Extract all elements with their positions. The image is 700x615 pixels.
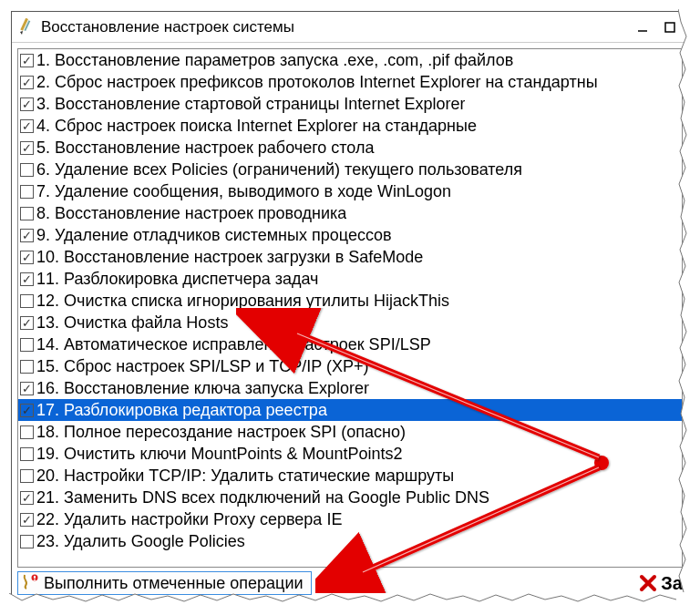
list-item[interactable]: 21. Заменить DNS всех подключений на Goo… bbox=[18, 487, 682, 508]
item-label: 1. Восстановление параметров запуска .ex… bbox=[36, 51, 513, 70]
item-checkbox[interactable] bbox=[20, 185, 34, 199]
item-label: 4. Сброс настроек поиска Internet Explor… bbox=[36, 117, 477, 136]
item-checkbox[interactable] bbox=[20, 97, 34, 111]
item-checkbox[interactable] bbox=[20, 316, 34, 330]
item-label: 14. Автоматическое исправление настроек … bbox=[36, 335, 431, 354]
svg-rect-7 bbox=[34, 579, 36, 580]
list-item[interactable]: 9. Удаление отладчиков системных процесс… bbox=[18, 224, 682, 246]
item-label: 2. Сброс настроек префиксов протоколов I… bbox=[36, 73, 598, 92]
item-checkbox[interactable] bbox=[20, 76, 34, 89]
list-item[interactable]: 8. Восстановление настроек проводника bbox=[18, 202, 682, 224]
titlebar: Восстановление настроек системы bbox=[12, 12, 688, 43]
close-button[interactable]: За bbox=[639, 573, 683, 594]
list-item[interactable]: 22. Удалить настройки Proxy сервера IE bbox=[18, 508, 682, 530]
item-label: 10. Восстановление настроек загрузки в S… bbox=[36, 248, 423, 267]
item-checkbox[interactable] bbox=[20, 382, 34, 395]
window-frame: Восстановление настроек системы 1. Восст… bbox=[11, 11, 689, 603]
item-label: 22. Удалить настройки Proxy сервера IE bbox=[36, 510, 342, 529]
item-checkbox[interactable] bbox=[20, 535, 34, 548]
item-checkbox[interactable] bbox=[20, 469, 34, 483]
item-label: 21. Заменить DNS всех подключений на Goo… bbox=[36, 488, 489, 507]
list-item[interactable]: 13. Очистка файла Hosts bbox=[18, 312, 682, 333]
list-item[interactable]: 15. Сброс настроек SPI/LSP и TCP/IP (XP+… bbox=[18, 355, 682, 377]
bottom-toolbar: Выполнить отмеченные операции За bbox=[17, 569, 683, 597]
list-item[interactable]: 10. Восстановление настроек загрузки в S… bbox=[18, 246, 682, 268]
item-checkbox[interactable] bbox=[20, 491, 34, 505]
run-selected-button[interactable]: Выполнить отмеченные операции bbox=[17, 571, 312, 595]
maximize-button[interactable] bbox=[657, 18, 683, 36]
list-item[interactable]: 14. Автоматическое исправление настроек … bbox=[18, 333, 682, 355]
list-item[interactable]: 11. Разблокировка диспетчера задач bbox=[18, 268, 682, 290]
script-icon bbox=[22, 573, 40, 594]
item-checkbox[interactable] bbox=[20, 447, 34, 461]
item-checkbox[interactable] bbox=[20, 360, 34, 374]
item-label: 23. Удалить Google Policies bbox=[36, 532, 245, 551]
item-label: 12. Очистка списка игнорирования утилиты… bbox=[36, 292, 449, 311]
app-icon bbox=[17, 18, 36, 36]
item-checkbox[interactable] bbox=[20, 54, 34, 67]
run-button-label: Выполнить отмеченные операции bbox=[44, 574, 304, 593]
list-item[interactable]: 1. Восстановление параметров запуска .ex… bbox=[18, 49, 682, 71]
item-checkbox[interactable] bbox=[20, 272, 34, 286]
item-checkbox[interactable] bbox=[20, 513, 34, 527]
list-item[interactable]: 16. Восстановление ключа запуска Explore… bbox=[18, 377, 682, 399]
svg-marker-1 bbox=[20, 31, 23, 35]
item-checkbox[interactable] bbox=[20, 163, 34, 177]
item-label: 17. Разблокировка редактора реестра bbox=[36, 401, 327, 420]
svg-rect-4 bbox=[665, 23, 674, 32]
list-item[interactable]: 7. Удаление сообщения, выводимого в ходе… bbox=[18, 180, 682, 202]
settings-list[interactable]: 1. Восстановление параметров запуска .ex… bbox=[17, 48, 683, 568]
item-label: 8. Восстановление настроек проводника bbox=[36, 204, 346, 223]
item-checkbox[interactable] bbox=[20, 404, 34, 417]
item-label: 16. Восстановление ключа запуска Explore… bbox=[36, 379, 369, 398]
list-item[interactable]: 6. Удаление всех Policies (ограничений) … bbox=[18, 159, 682, 180]
list-item[interactable]: 17. Разблокировка редактора реестра bbox=[18, 399, 682, 421]
list-item[interactable]: 19. Очистить ключи MountPoints & MountPo… bbox=[18, 443, 682, 465]
item-label: 7. Удаление сообщения, выводимого в ходе… bbox=[36, 182, 451, 201]
minimize-button[interactable] bbox=[630, 18, 655, 36]
list-item[interactable]: 4. Сброс настроек поиска Internet Explor… bbox=[18, 115, 682, 137]
item-label: 20. Настройки TCP/IP: Удалить статически… bbox=[36, 466, 454, 486]
list-item[interactable]: 23. Удалить Google Policies bbox=[18, 530, 682, 552]
close-button-label: За bbox=[661, 573, 683, 594]
item-checkbox[interactable] bbox=[20, 338, 34, 352]
item-checkbox[interactable] bbox=[20, 119, 34, 133]
close-icon bbox=[639, 574, 657, 592]
item-label: 15. Сброс настроек SPI/LSP и TCP/IP (XP+… bbox=[36, 357, 368, 376]
list-item[interactable]: 5. Восстановление настроек рабочего стол… bbox=[18, 137, 682, 159]
item-checkbox[interactable] bbox=[20, 141, 34, 155]
item-label: 6. Удаление всех Policies (ограничений) … bbox=[36, 160, 522, 179]
list-item[interactable]: 20. Настройки TCP/IP: Удалить статически… bbox=[18, 465, 682, 487]
list-item[interactable]: 12. Очистка списка игнорирования утилиты… bbox=[18, 290, 682, 312]
list-item[interactable]: 3. Восстановление стартовой страницы Int… bbox=[18, 93, 682, 115]
item-checkbox[interactable] bbox=[20, 425, 34, 439]
item-checkbox[interactable] bbox=[20, 229, 34, 242]
item-checkbox[interactable] bbox=[20, 207, 34, 220]
item-label: 5. Восстановление настроек рабочего стол… bbox=[36, 138, 375, 158]
item-label: 9. Удаление отладчиков системных процесс… bbox=[36, 226, 392, 245]
item-label: 3. Восстановление стартовой страницы Int… bbox=[36, 95, 465, 114]
item-label: 13. Очистка файла Hosts bbox=[36, 313, 228, 333]
item-label: 18. Полное пересоздание настроек SPI (оп… bbox=[36, 423, 406, 442]
window-title: Восстановление настроек системы bbox=[41, 18, 628, 36]
list-item[interactable]: 18. Полное пересоздание настроек SPI (оп… bbox=[18, 421, 682, 443]
svg-rect-6 bbox=[34, 576, 36, 579]
item-label: 11. Разблокировка диспетчера задач bbox=[36, 270, 318, 289]
list-item[interactable]: 2. Сброс настроек префиксов протоколов I… bbox=[18, 71, 682, 93]
item-label: 19. Очистить ключи MountPoints & MountPo… bbox=[36, 445, 403, 464]
item-checkbox[interactable] bbox=[20, 251, 34, 264]
item-checkbox[interactable] bbox=[20, 294, 34, 308]
